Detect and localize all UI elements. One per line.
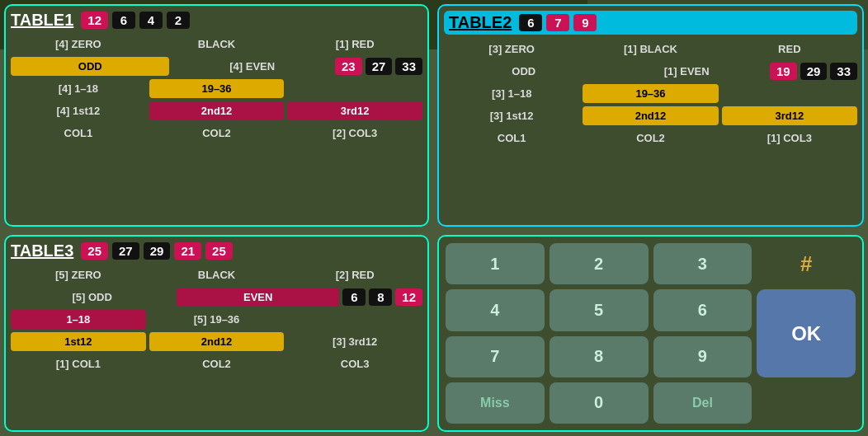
table2-2nd12[interactable]: 2nd12 — [583, 106, 718, 125]
table1-col2[interactable]: COL2 — [149, 124, 285, 143]
table2-badges-19-29-33: 19 29 33 — [770, 63, 857, 80]
table1-odd[interactable]: ODD — [11, 57, 169, 76]
table3-title: TABLE3 — [11, 241, 73, 260]
table3-badge-6[interactable]: 6 — [342, 288, 366, 306]
table2-red[interactable]: RED — [722, 40, 857, 59]
table3-badge-25a: 25 — [81, 242, 108, 260]
table3-col3[interactable]: COL3 — [287, 354, 422, 373]
main-grid: TABLE1 12 6 4 2 [4] ZERO BLACK [1] RED O… — [0, 0, 868, 436]
key-7[interactable]: 7 — [446, 336, 545, 377]
table3-zero[interactable]: [5] ZERO — [11, 265, 146, 284]
table1-header: TABLE1 12 6 4 2 — [11, 11, 422, 30]
table2-1st12[interactable]: [3] 1st12 — [444, 106, 579, 125]
table3-19-36[interactable]: [5] 19–36 — [149, 310, 285, 329]
table2-even[interactable]: [1] EVEN — [606, 62, 766, 81]
table1-19-36[interactable]: 19–36 — [149, 79, 285, 98]
table2-3rd12[interactable]: 3rd12 — [722, 106, 857, 125]
table2-badge-6: 6 — [519, 14, 542, 31]
table3-1-18[interactable]: 1–18 — [11, 310, 146, 329]
table2-col3[interactable]: [1] COL3 — [722, 129, 857, 148]
table2-badge-29[interactable]: 29 — [800, 63, 828, 80]
table1-2nd12[interactable]: 2nd12 — [149, 101, 285, 120]
key-del[interactable]: Del — [653, 382, 752, 424]
table3-even[interactable]: EVEN — [177, 288, 339, 307]
table3-red[interactable]: [2] RED — [287, 265, 422, 284]
table1-col1[interactable]: COL1 — [11, 124, 146, 143]
table3-black[interactable]: BLACK — [149, 265, 285, 284]
table3-2nd12[interactable]: 2nd12 — [149, 332, 285, 351]
table2-col2[interactable]: COL2 — [583, 129, 718, 148]
table1-range-empty — [287, 86, 422, 92]
table1-row-cols: COL1 COL2 [2] COL3 — [11, 124, 422, 143]
table1-row-zero: [4] ZERO BLACK [1] RED — [11, 35, 422, 54]
table3-row-cols: [1] COL1 COL2 COL3 — [11, 354, 422, 373]
table2-black[interactable]: [1] BLACK — [583, 40, 718, 59]
table2-range-empty — [722, 91, 857, 97]
table3-col1[interactable]: [1] COL1 — [11, 354, 146, 373]
table3-badge-29: 29 — [144, 242, 171, 260]
table3-row-dozens: 1st12 2nd12 [3] 3rd12 — [11, 332, 422, 351]
table1-badge-4: 4 — [139, 12, 163, 29]
table3-col2[interactable]: COL2 — [149, 354, 285, 373]
table2-row-ranges: [3] 1–18 19–36 — [444, 84, 857, 103]
table2-row-odd: ODD [1] EVEN 19 29 33 — [444, 62, 857, 81]
table2-row-cols: COL1 COL2 [1] COL3 — [444, 129, 857, 148]
table1-badges-23-27-33: 23 27 33 — [335, 58, 422, 75]
table1-3rd12[interactable]: 3rd12 — [287, 101, 422, 120]
table3-badge-12[interactable]: 12 — [395, 288, 422, 306]
table1-row-ranges: [4] 1–18 19–36 — [11, 79, 422, 98]
table1-1st12[interactable]: [4] 1st12 — [11, 101, 146, 120]
table3-row-zero: [5] ZERO BLACK [2] RED — [11, 265, 422, 284]
table1-even[interactable]: [4] EVEN — [172, 57, 331, 76]
table2-col1[interactable]: COL1 — [444, 129, 579, 148]
table2-row-zero: [3] ZERO [1] BLACK RED — [444, 40, 857, 59]
table3-1st12[interactable]: 1st12 — [11, 332, 146, 351]
key-8[interactable]: 8 — [550, 336, 649, 377]
key-6[interactable]: 6 — [653, 289, 752, 331]
table2-panel: TABLE2 6 7 9 [3] ZERO [1] BLACK RED ODD … — [437, 4, 864, 227]
table2-1-18[interactable]: [3] 1–18 — [444, 84, 579, 103]
key-2[interactable]: 2 — [550, 243, 649, 284]
table1-panel: TABLE1 12 6 4 2 [4] ZERO BLACK [1] RED O… — [4, 4, 429, 227]
table2-row-dozens: [3] 1st12 2nd12 3rd12 — [444, 106, 857, 125]
table1-badge-27[interactable]: 27 — [366, 58, 393, 75]
table1-col3[interactable]: [2] COL3 — [287, 124, 422, 143]
table3-panel: TABLE3 25 27 29 21 25 [5] ZERO BLACK [2]… — [4, 235, 429, 432]
table1-badge-2: 2 — [167, 12, 190, 29]
table1-badge-23[interactable]: 23 — [335, 58, 362, 75]
table1-badge-6: 6 — [112, 12, 135, 29]
table1-badge-33[interactable]: 33 — [395, 58, 422, 75]
table2-badge-33[interactable]: 33 — [830, 63, 857, 80]
table3-row-ranges: 1–18 [5] 19–36 — [11, 310, 422, 329]
table1-black[interactable]: BLACK — [149, 35, 285, 54]
table2-badge-9: 9 — [573, 14, 597, 31]
key-3[interactable]: 3 — [653, 243, 752, 284]
table3-odd[interactable]: [5] ODD — [11, 288, 173, 307]
key-ok[interactable]: OK — [757, 289, 856, 377]
table3-badge-8[interactable]: 8 — [369, 288, 392, 306]
table1-red[interactable]: [1] RED — [287, 35, 422, 54]
table1-row-odd: ODD [4] EVEN 23 27 33 — [11, 57, 422, 76]
table2-19-36[interactable]: 19–36 — [583, 84, 718, 103]
table1-zero[interactable]: [4] ZERO — [11, 35, 146, 54]
table2-header: TABLE2 6 7 9 — [444, 11, 857, 35]
key-miss[interactable]: Miss — [446, 382, 545, 424]
key-hash[interactable]: # — [757, 243, 856, 284]
key-1[interactable]: 1 — [446, 243, 545, 284]
numpad-panel: 1 2 3 # 4 5 6 OK 7 8 9 Miss 0 Del — [437, 235, 864, 432]
table1-row-dozens: [4] 1st12 2nd12 3rd12 — [11, 101, 422, 120]
key-4[interactable]: 4 — [446, 289, 545, 331]
table1-title: TABLE1 — [11, 11, 73, 30]
table2-badge-7: 7 — [546, 14, 569, 31]
table1-1-18[interactable]: [4] 1–18 — [11, 79, 146, 98]
table3-3rd12[interactable]: [3] 3rd12 — [287, 332, 422, 351]
key-0[interactable]: 0 — [550, 382, 649, 424]
table3-header: TABLE3 25 27 29 21 25 — [11, 241, 422, 260]
table3-badges-6-8-12: 6 8 12 — [342, 288, 422, 306]
table2-badge-19[interactable]: 19 — [770, 63, 797, 80]
table2-zero[interactable]: [3] ZERO — [444, 40, 579, 59]
table2-odd[interactable]: ODD — [444, 62, 603, 81]
key-5[interactable]: 5 — [550, 289, 649, 331]
key-9[interactable]: 9 — [653, 336, 752, 377]
table3-badge-27: 27 — [112, 242, 139, 260]
